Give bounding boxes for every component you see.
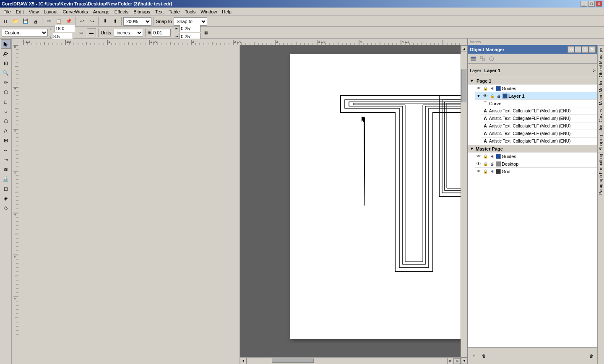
om-del-item[interactable]: 🗑 xyxy=(587,352,596,360)
om-text5-row[interactable]: A Artistic Text: CollegiateFLF (Medium) … xyxy=(482,138,597,145)
polygon-tool[interactable]: ⬠ xyxy=(1,117,11,126)
menu-effects[interactable]: Effects xyxy=(112,8,131,15)
interactive-fill[interactable]: ◇ xyxy=(1,203,11,213)
pick-tool[interactable] xyxy=(1,39,11,49)
menu-help[interactable]: Help xyxy=(219,8,234,15)
vscroll-track[interactable] xyxy=(461,52,467,357)
om-text4-row[interactable]: A Artistic Text: CollegiateFLF (Medium) … xyxy=(482,130,597,138)
om-guides-lock-icon[interactable]: 🔒 xyxy=(482,86,488,91)
new-button[interactable]: 🗋 xyxy=(1,17,10,26)
side-tab-macro-media[interactable]: Macro Media xyxy=(598,79,604,107)
om-close-button[interactable]: ✕ xyxy=(589,46,596,53)
om-mg-lock[interactable]: 🔒 xyxy=(482,153,488,159)
hscroll-left[interactable]: ◄ xyxy=(240,358,247,364)
om-layer1-row[interactable]: ▼ 👁 🔒 🖨 Layer 1 xyxy=(475,92,597,100)
om-show-properties[interactable]: i xyxy=(487,55,496,63)
nudge-input[interactable] xyxy=(152,29,171,36)
undo-button[interactable]: ↩ xyxy=(77,17,86,26)
om-grid-lock[interactable]: 🔒 xyxy=(482,169,488,174)
menu-table[interactable]: Table xyxy=(166,8,182,15)
om-min-button[interactable]: _ xyxy=(575,46,581,53)
zoom-fit-button[interactable]: ⊕ xyxy=(454,358,461,364)
om-guides-layer-row[interactable]: 👁 🔒 🖨 Guides xyxy=(475,85,597,92)
ellipse-tool[interactable]: ○ xyxy=(1,107,11,116)
om-text3-row[interactable]: A Artistic Text: CollegiateFLF (Medium) … xyxy=(482,122,597,130)
om-layer1-expand[interactable]: ▼ xyxy=(476,93,482,99)
crop-tool[interactable]: ⊡ xyxy=(1,59,11,68)
portrait-button[interactable]: ▭ xyxy=(76,28,86,37)
om-curve-row[interactable]: ⌒ Curve xyxy=(482,100,597,107)
connector-tool[interactable]: ⊸ xyxy=(1,155,11,164)
om-grid-print[interactable]: 🖨 xyxy=(489,169,495,174)
om-layer1-eye-icon[interactable]: 👁 xyxy=(482,93,488,99)
landscape-button[interactable]: ▬ xyxy=(87,28,96,37)
save-button[interactable]: 💾 xyxy=(21,17,30,26)
om-master-guides-row[interactable]: 👁 🔒 🖨 Guides xyxy=(475,153,597,160)
om-objects-view[interactable] xyxy=(478,55,487,63)
om-master-desktop-row[interactable]: 👁 🔒 🖨 Desktop xyxy=(475,160,597,168)
zoom-dropdown[interactable]: 200% 100% 50% Fit Page xyxy=(123,17,151,26)
import-button[interactable]: ⬇ xyxy=(100,17,109,26)
menu-bitmaps[interactable]: Bitmaps xyxy=(131,8,153,15)
om-mg-print[interactable]: 🖨 xyxy=(489,153,495,159)
om-grid-eye[interactable]: 👁 xyxy=(476,169,482,174)
om-guides-eye-icon[interactable]: 👁 xyxy=(476,86,482,91)
om-detach-button[interactable]: >> xyxy=(568,46,574,53)
menu-tools[interactable]: Tools xyxy=(182,8,198,15)
vscroll-down[interactable]: ▼ xyxy=(461,357,467,364)
om-md-eye[interactable]: 👁 xyxy=(476,161,482,167)
blend-tool[interactable]: ≋ xyxy=(1,165,11,174)
om-del-layer[interactable]: 🗑 xyxy=(480,352,488,360)
om-md-lock[interactable]: 🔒 xyxy=(482,161,488,167)
om-delete-button[interactable]: 🗑 xyxy=(587,352,596,360)
maximize-button[interactable]: □ xyxy=(588,1,595,7)
vscroll-bar[interactable]: ▲ ▼ xyxy=(461,45,467,364)
freehand-tool[interactable]: ✏ xyxy=(1,78,11,87)
om-text1-row[interactable]: A Artistic Text: CollegiateFLF (Medium) … xyxy=(482,107,597,115)
redo-button[interactable]: ↪ xyxy=(87,17,96,26)
canvas-area[interactable]: ▲ ▼ ◄ ► ⊕ xyxy=(240,45,468,364)
menu-view[interactable]: View xyxy=(26,8,42,15)
open-button[interactable]: 📁 xyxy=(11,17,20,26)
om-layer1-print-icon[interactable]: 🖨 xyxy=(496,93,502,99)
width-input[interactable] xyxy=(54,25,75,32)
eyedrop-tool[interactable]: 🔬 xyxy=(1,174,11,184)
units-dropdown[interactable]: inches mm cm pixels xyxy=(114,29,143,36)
smart-fill-tool[interactable]: ⬡ xyxy=(1,88,11,97)
side-tab-join-curves[interactable]: Join Curves xyxy=(598,107,604,133)
snap-dropdown[interactable]: Snap to xyxy=(174,17,207,26)
rect-tool[interactable]: □ xyxy=(1,97,11,107)
minimize-button[interactable]: _ xyxy=(581,1,587,7)
menu-curveworks[interactable]: CurveWorks xyxy=(60,8,90,15)
om-mg-eye[interactable]: 👁 xyxy=(476,153,482,159)
om-text2-row[interactable]: A Artistic Text: CollegiateFLF (Medium) … xyxy=(482,115,597,122)
om-master-grid-row[interactable]: 👁 🔒 🖨 Grid xyxy=(475,168,597,175)
text-tool[interactable]: A xyxy=(1,126,11,135)
side-tab-shaping[interactable]: Shaping xyxy=(598,133,604,152)
side-tab-paragraph[interactable]: Paragraph Formatting xyxy=(598,152,604,196)
menu-file[interactable]: File xyxy=(1,8,13,15)
pos-x-input[interactable] xyxy=(180,25,200,32)
hscroll-track[interactable] xyxy=(247,358,448,364)
print-button[interactable]: 🖨 xyxy=(31,17,40,26)
vscroll-thumb[interactable] xyxy=(461,69,466,102)
menu-layout[interactable]: Layout xyxy=(41,8,60,15)
hscroll-right[interactable]: ► xyxy=(447,358,454,364)
options-button[interactable]: ▦ xyxy=(202,29,210,37)
table-tool[interactable]: ⊞ xyxy=(1,136,11,145)
om-tree[interactable]: ▼ Page 1 👁 🔒 🖨 Guides xyxy=(468,77,597,347)
zoom-tool[interactable]: 🔍 xyxy=(1,68,11,78)
shape-tool[interactable] xyxy=(1,49,11,58)
page-size-dropdown[interactable]: Custom xyxy=(2,29,48,36)
om-page1-row[interactable]: ▼ Page 1 xyxy=(468,77,597,85)
hscroll-thumb[interactable] xyxy=(272,359,314,363)
vscroll-up[interactable]: ▲ xyxy=(461,45,467,52)
outline-tool[interactable]: ◻ xyxy=(1,184,11,193)
om-new-layer[interactable]: + xyxy=(470,352,478,360)
fill-tool[interactable]: ◈ xyxy=(1,194,11,203)
close-button[interactable]: ✕ xyxy=(596,1,602,7)
menu-window[interactable]: Window xyxy=(198,8,219,15)
om-guides-print-icon[interactable]: 🖨 xyxy=(489,86,495,91)
menu-edit[interactable]: Edit xyxy=(13,8,26,15)
om-masterpage-row[interactable]: ▼ Master Page xyxy=(468,145,597,153)
